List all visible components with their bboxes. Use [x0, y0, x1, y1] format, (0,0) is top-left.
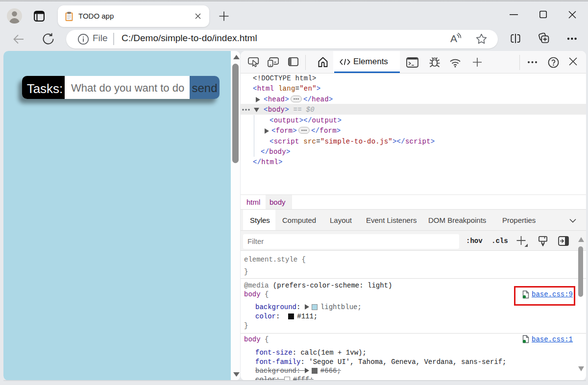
svg-text:A: A: [450, 33, 457, 43]
